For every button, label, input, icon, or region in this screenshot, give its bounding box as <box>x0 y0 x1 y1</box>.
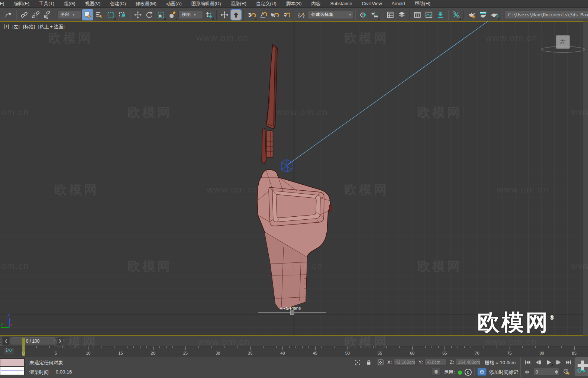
toolbar-separator <box>355 10 356 20</box>
angle-snap-toggle-button[interactable] <box>258 9 269 20</box>
zero-badge[interactable]: 0 <box>465 369 472 376</box>
menu-item-10[interactable]: 自定义(U) <box>251 0 281 7</box>
maxscript-mini-listener-pink[interactable] <box>0 358 25 366</box>
selection-filter-dropdown[interactable]: 全部▾ <box>57 11 82 19</box>
viewcube[interactable]: 左 <box>556 35 570 49</box>
reference-coordinate-value: 视图 <box>182 12 191 18</box>
spinner-snap-toggle-button[interactable] <box>281 9 292 20</box>
viewport-menu-shading[interactable]: [粘土 + 边面] <box>38 24 65 30</box>
select-and-rotate-button[interactable] <box>144 9 155 20</box>
track-bar[interactable]: 0510152025303540455055606570758085 <box>0 346 588 356</box>
next-frame-button[interactable] <box>554 358 563 366</box>
isolate-selection-button[interactable] <box>353 359 362 366</box>
frame-tick <box>270 346 270 348</box>
time-slider[interactable]: 0 / 100 <box>9 337 56 345</box>
use-pivot-point-center-button[interactable] <box>203 9 214 20</box>
chevron-down-icon: ▾ <box>349 13 351 17</box>
go-end-icon <box>565 359 572 365</box>
mirror-button[interactable] <box>358 9 369 20</box>
redo-button[interactable] <box>3 9 14 20</box>
play-button[interactable] <box>543 358 553 366</box>
render-production-button[interactable] <box>489 9 500 20</box>
menu-item-9[interactable]: 渲染(R) <box>226 0 251 7</box>
select-and-scale-button[interactable] <box>155 9 167 20</box>
dock-handle[interactable] <box>0 336 3 346</box>
menu-item-3[interactable]: 组(G) <box>59 0 80 7</box>
toggle-layer-explorer-button[interactable] <box>396 9 407 20</box>
bind-to-space-warp-button[interactable] <box>42 9 53 20</box>
add-time-tag[interactable]: 添加时间标记 <box>489 369 518 376</box>
toolbar-separator <box>130 10 130 20</box>
viewport-menu-view[interactable]: [左] <box>12 24 19 30</box>
menu-item-11[interactable]: 脚本(S) <box>281 0 307 7</box>
time-configuration-button[interactable] <box>561 368 571 376</box>
menu-item-6[interactable]: 修改器(M) <box>131 0 161 7</box>
viewport-left[interactable] <box>0 21 583 336</box>
create-new-content-button[interactable] <box>574 357 588 377</box>
frame-tick <box>503 346 503 348</box>
select-and-place-button[interactable] <box>167 9 178 20</box>
viewport-menu-plus[interactable]: [+] <box>4 24 9 30</box>
x-coordinate-field[interactable]: 42.162cm <box>393 359 416 366</box>
y-coordinate-field[interactable]: -0.0cm <box>424 359 447 366</box>
selection-lock-button[interactable] <box>364 359 373 366</box>
menu-item-0[interactable]: 件(F) <box>0 0 9 7</box>
snaps-toggle-3d-button[interactable]: 3 <box>246 9 257 20</box>
current-frame-field[interactable]: 0 <box>534 368 560 376</box>
material-editor-button[interactable] <box>450 9 462 20</box>
edit-named-selection-sets-button[interactable]: {} <box>296 9 307 20</box>
project-folder-dropdown[interactable]: C:\Users\Han\Documents\3ds Max 2022▾ <box>505 11 588 19</box>
absolute-transform-button[interactable] <box>376 358 385 366</box>
select-and-manipulate-button[interactable] <box>219 9 230 20</box>
menu-item-4[interactable]: 视图(V) <box>80 0 106 7</box>
menu-item-12[interactable]: 内容 <box>306 0 325 7</box>
select-by-name-button[interactable] <box>94 9 105 20</box>
go-to-start-button[interactable] <box>523 358 532 366</box>
open-mini-curve-editor-button[interactable] <box>4 348 14 355</box>
time-slider-prev-button[interactable]: ❮ <box>3 337 9 345</box>
unlink-selection-button[interactable] <box>30 9 41 20</box>
rectangular-selection-region-button[interactable] <box>105 9 116 20</box>
viewport-menu-standard[interactable]: [标准] <box>23 24 35 30</box>
rendered-frame-window-button[interactable] <box>478 9 489 20</box>
toggle-ribbon-button[interactable] <box>412 9 423 20</box>
keyboard-shortcut-override-button[interactable] <box>230 9 242 20</box>
frame-tick <box>231 346 231 348</box>
reference-coordinate-dropdown[interactable]: 视图▾ <box>178 11 203 19</box>
toolbar-separator <box>409 10 410 20</box>
select-object-button[interactable] <box>82 9 93 20</box>
schematic-view-button[interactable] <box>435 9 446 20</box>
time-slider-next-button[interactable]: ❯ <box>57 337 63 345</box>
menu-bar: 件(F)编辑(E)工具(T)组(G)视图(V)创建(C)修改器(M)动画(A)图… <box>0 0 588 8</box>
frame-tick <box>192 346 192 348</box>
add-time-tag-cube-button[interactable] <box>477 368 487 376</box>
menu-item-13[interactable]: Substance <box>325 0 357 7</box>
menu-item-14[interactable]: Civil View <box>357 0 387 7</box>
window-crossing-button[interactable] <box>117 9 128 20</box>
go-to-end-button[interactable] <box>564 358 573 366</box>
select-and-move-button[interactable] <box>132 9 143 20</box>
menu-item-7[interactable]: 动画(A) <box>161 0 187 7</box>
percent-snap-toggle-button[interactable]: % <box>269 9 280 20</box>
menu-item-2[interactable]: 工具(T) <box>34 0 59 7</box>
z-coordinate-field[interactable]: 164.403cm <box>456 359 480 366</box>
frame-tick-label: 35 <box>248 351 252 355</box>
toggle-scene-explorer-button[interactable] <box>385 9 396 20</box>
menu-item-15[interactable]: Arnold <box>387 0 410 7</box>
menu-item-5[interactable]: 创建(C) <box>105 0 130 7</box>
align-button[interactable] <box>369 9 380 20</box>
frame-spinner[interactable] <box>555 370 558 374</box>
prev-frame-icon <box>535 359 542 365</box>
menu-item-1[interactable]: 编辑(E) <box>9 0 34 7</box>
maxscript-mini-listener-white[interactable] <box>0 367 25 375</box>
named-selection-sets-dropdown[interactable]: 创建选择集▾ <box>308 11 353 19</box>
render-setup-button[interactable] <box>466 9 477 20</box>
menu-item-16[interactable]: 帮助(H) <box>410 0 435 7</box>
safe-scene-script-button[interactable] <box>431 368 441 376</box>
previous-frame-button[interactable] <box>534 358 543 366</box>
frame-tick <box>438 346 439 348</box>
menu-item-8[interactable]: 图形编辑器(D) <box>187 0 226 7</box>
key-mode-toggle-button[interactable] <box>523 368 532 376</box>
curve-editor-button[interactable] <box>423 9 434 20</box>
select-and-link-button[interactable] <box>19 9 30 20</box>
